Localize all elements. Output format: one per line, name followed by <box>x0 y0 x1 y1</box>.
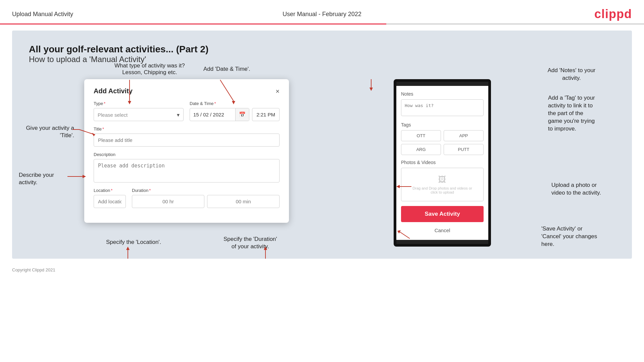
tags-section-label: Tags <box>401 122 484 127</box>
save-activity-button[interactable]: Save Activity <box>401 206 484 222</box>
footer: Copyright Clippd 2021 <box>0 265 644 275</box>
svg-marker-19 <box>126 247 130 250</box>
location-label: Location* <box>94 188 126 193</box>
tag-arg[interactable]: ARG <box>401 144 441 155</box>
phone-panel: Notes Tags OTT APP ARG PUTT Photos & Vid… <box>394 79 491 247</box>
modal: Add Activity × Type* Please select ▾ <box>84 79 289 223</box>
modal-container: Add Activity × Type* Please select ▾ <box>84 79 289 223</box>
datetime-wrapper: 15 / 02 / 2022 📅 2:21 PM <box>190 108 280 121</box>
title-required: * <box>102 126 104 132</box>
page-title: Upload Manual Activity <box>12 11 73 18</box>
top-divider <box>0 23 644 24</box>
datetime-required: * <box>214 101 216 106</box>
cancel-button[interactable]: Cancel <box>401 225 484 235</box>
description-label: Description <box>94 152 280 157</box>
copyright: Copyright Clippd 2021 <box>12 267 55 272</box>
duration-field: Duration* <box>132 188 280 208</box>
datetime-label: Date & Time* <box>190 101 280 106</box>
svg-marker-10 <box>369 88 373 91</box>
photos-section-label: Photos & Videos <box>401 160 484 165</box>
type-select-wrapper: Please select ▾ <box>94 108 184 121</box>
logo: clippd <box>594 7 632 21</box>
title-label: Title* <box>94 126 280 132</box>
duration-min-input[interactable] <box>207 195 280 208</box>
description-textarea[interactable] <box>94 159 280 183</box>
tag-ott[interactable]: OTT <box>401 130 441 141</box>
phone-inner: Notes Tags OTT APP ARG PUTT Photos & Vid… <box>396 86 488 240</box>
manual-title: User Manual - February 2022 <box>283 11 361 18</box>
annotation-description: Describe your activity. <box>19 171 66 186</box>
modal-title: Add Activity <box>94 87 133 95</box>
tags-grid: OTT APP ARG PUTT <box>401 130 484 155</box>
notes-textarea[interactable] <box>401 99 484 116</box>
location-input[interactable] <box>94 195 126 208</box>
title-field: Title* <box>94 126 280 147</box>
heading-1: All your golf-relevant activities... (Pa… <box>29 44 615 55</box>
modal-header: Add Activity × <box>94 87 280 95</box>
annotation-type: What type of activity was it? Lesson, Ch… <box>114 62 185 76</box>
modal-close-button[interactable]: × <box>276 88 280 95</box>
type-datetime-row: Type* Please select ▾ Date & Time* <box>94 101 280 121</box>
tag-putt[interactable]: PUTT <box>444 144 484 155</box>
calendar-icon[interactable]: 📅 <box>235 108 249 121</box>
duration-wrapper <box>132 195 280 208</box>
annotation-upload: Upload a photo or video to the activity. <box>551 182 625 197</box>
datetime-field: Date & Time* 15 / 02 / 2022 📅 2:21 PM <box>190 101 280 121</box>
type-select[interactable] <box>94 108 184 121</box>
phone-bottom-bar <box>396 240 488 244</box>
annotation-title: Give your activity a 'Title'. <box>22 124 74 139</box>
photo-icon: 🖼 <box>408 175 477 184</box>
annotation-notes: Add 'Notes' to your activity. <box>538 67 605 82</box>
location-required: * <box>111 188 112 193</box>
duration-required: * <box>149 188 151 193</box>
description-field: Description <box>94 152 280 183</box>
annotation-location: Specify the 'Location'. <box>106 239 161 246</box>
phone-top-bar <box>396 82 488 86</box>
location-duration-row: Location* Duration* <box>94 188 280 208</box>
main-content: All your golf-relevant activities... (Pa… <box>12 31 632 259</box>
photos-dropzone[interactable]: 🖼 Drag and Drop photos and videos or cli… <box>401 168 484 201</box>
annotation-datetime: Add 'Date & Time'. <box>203 66 250 72</box>
location-field: Location* <box>94 188 126 208</box>
annotation-duration: Specify the 'Duration' of your activity. <box>224 236 277 250</box>
type-field: Type* Please select ▾ <box>94 101 184 121</box>
duration-hr-input[interactable] <box>132 195 204 208</box>
type-required: * <box>104 101 105 106</box>
dropzone-text: Drag and Drop photos and videos or click… <box>408 186 477 194</box>
date-group[interactable]: 15 / 02 / 2022 📅 <box>190 108 249 121</box>
top-bar: Upload Manual Activity User Manual - Feb… <box>0 0 644 23</box>
duration-label: Duration* <box>132 188 280 193</box>
notes-section-label: Notes <box>401 91 484 97</box>
page-heading: All your golf-relevant activities... (Pa… <box>29 44 615 64</box>
date-value: 15 / 02 / 2022 <box>190 108 235 121</box>
phone-mockup: Notes Tags OTT APP ARG PUTT Photos & Vid… <box>394 79 491 247</box>
title-input[interactable] <box>94 134 280 147</box>
annotation-save: 'Save Activity' or 'Cancel' your changes… <box>541 225 625 248</box>
time-value[interactable]: 2:21 PM <box>252 108 280 121</box>
annotation-tag: Add a 'Tag' to your activity to link it … <box>548 94 625 133</box>
type-label: Type* <box>94 101 184 106</box>
tag-app[interactable]: APP <box>444 130 484 141</box>
